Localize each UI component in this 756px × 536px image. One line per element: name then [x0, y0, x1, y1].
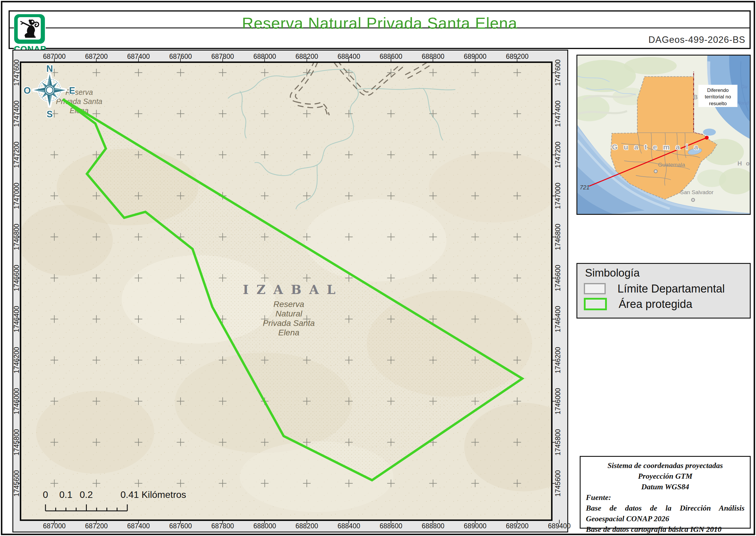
grid-coordinate-label: 1746400 — [554, 306, 562, 332]
compass-east-label: E — [69, 85, 75, 96]
header: Reserva Natural Privada Santa Elena DAGe… — [9, 10, 751, 49]
inset-gulf-label-2: Hond — [737, 100, 749, 106]
compass-south-label: S — [47, 109, 53, 119]
document-code: DAGeos-499-2026-BS — [648, 35, 745, 45]
svg-text:resuelto: resuelto — [709, 101, 727, 106]
inset-note-box: Diferendo territorial no resuelto — [698, 85, 738, 107]
credits-box: Sistema de coordenadas proyectadas Proye… — [580, 456, 751, 529]
inset-belize-label: B — [693, 93, 698, 101]
svg-text:0.41 Kilómetros: 0.41 Kilómetros — [120, 489, 186, 500]
svg-text:Privada Santa: Privada Santa — [263, 318, 315, 328]
legend-item-departmental: Límite Departamental — [584, 282, 725, 295]
grid-tick — [559, 520, 560, 523]
legend-item-label: Área protegida — [619, 298, 692, 311]
crs-line: Datum WGS84 — [586, 482, 744, 492]
map-document: Reserva Natural Privada Santa Elena DAGe… — [0, 0, 756, 536]
svg-text:0.1: 0.1 — [59, 489, 72, 500]
source-heading: Fuente: — [586, 492, 744, 503]
grid-coordinate-label: 1747600 — [554, 59, 562, 86]
svg-text:territorial no: territorial no — [705, 94, 731, 100]
inset-honduras-label: H o — [738, 160, 750, 167]
svg-text:Privada Santa: Privada Santa — [56, 97, 102, 106]
svg-text:Natural: Natural — [275, 309, 302, 318]
grid-coordinate-label: 1745600 — [554, 470, 562, 497]
source-line: Base de datos de la Dirección Análisis G… — [586, 503, 744, 524]
source-line: Base de datos cartografía básica IGN 201… — [586, 524, 744, 535]
protected-area-swatch — [584, 298, 607, 310]
svg-text:Reserva: Reserva — [273, 300, 304, 309]
grid-coordinate-label: 1746200 — [554, 347, 562, 374]
inset-map: B Gu Hond 721 G u a t e m a l a Guatemal… — [577, 55, 751, 215]
compass-west-label: O — [24, 85, 31, 96]
crs-line: Sistema de coordenadas proyectadas — [586, 460, 744, 471]
grid-coordinate-label: 1746600 — [554, 265, 562, 291]
grid-coordinate-label: 1746800 — [554, 224, 562, 250]
inset-country-label: G u a t e m a l a — [612, 143, 700, 151]
inset-ref-number: 721 — [580, 184, 589, 190]
inset-city-dot — [691, 198, 695, 202]
svg-text:Elena: Elena — [278, 328, 299, 337]
legend: Simbología Límite Departamental Área pro… — [577, 263, 751, 318]
legend-title: Simbología — [585, 267, 640, 279]
svg-text:0.2: 0.2 — [80, 489, 93, 500]
crs-line: Proyección GTM — [586, 471, 744, 482]
inset-capital-label: Guatemala — [658, 162, 685, 168]
departmental-boundary-swatch — [584, 283, 606, 294]
department-label: I Z A B A L — [243, 283, 337, 297]
inset-gulf-label-1: Gu — [741, 84, 747, 89]
grid-coordinate-label: 1747000 — [554, 183, 562, 209]
grid-coordinate-label: 1746000 — [554, 388, 562, 415]
grid-coordinate-label: 1745800 — [554, 429, 562, 455]
inset-city-label: San Salvador — [680, 189, 713, 195]
grid-coordinate-label: 1747200 — [554, 142, 562, 168]
svg-text:0: 0 — [43, 489, 48, 500]
legend-item-protected-area: Área protegida — [584, 298, 692, 311]
logo-monkey-icon — [18, 17, 41, 40]
svg-text:Diferendo: Diferendo — [707, 87, 729, 93]
main-map: Reserva Privada Santa Elena N E S O I Z … — [21, 63, 551, 519]
compass-north-label: N — [47, 63, 53, 74]
locator-dot — [705, 136, 709, 140]
grid-coordinate-label: 1747400 — [554, 100, 562, 127]
page-title: Reserva Natural Privada Santa Elena — [10, 14, 749, 32]
conap-logo: CONAP — [14, 14, 46, 55]
inset-capital-dot — [654, 170, 657, 173]
legend-item-label: Límite Departamental — [617, 283, 725, 295]
